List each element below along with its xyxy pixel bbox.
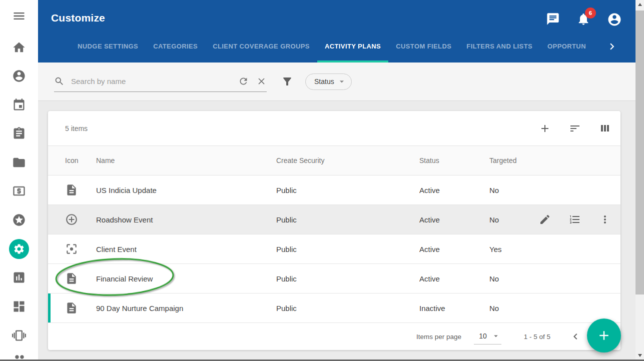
table-row[interactable]: Client Event Public Active Yes <box>48 234 620 264</box>
sidebar-item-settings-active[interactable] <box>9 239 29 259</box>
sidebar-item-tasks[interactable] <box>12 126 26 140</box>
row-name: US Indicia Update <box>96 186 276 194</box>
row-status: Active <box>419 245 489 254</box>
row-targeted: No <box>489 274 537 283</box>
table-row[interactable]: Roadshow Event Public Active No <box>48 204 620 234</box>
sidebar-item-money[interactable] <box>12 184 26 198</box>
app-header: Customize 6 NUDGE SETTINGS CATEGORIES CL… <box>38 0 635 62</box>
tab-nudge-settings[interactable]: NUDGE SETTINGS <box>70 30 146 62</box>
row-create-security: Public <box>276 304 419 312</box>
scroll-up-button[interactable] <box>635 0 644 8</box>
tab-client-coverage-groups[interactable]: CLIENT COVERAGE GROUPS <box>205 30 317 62</box>
scrollbar-thumb[interactable] <box>635 10 644 294</box>
status-filter-chip[interactable]: Status <box>305 74 352 90</box>
chevron-right-icon <box>605 40 618 53</box>
vertical-scrollbar[interactable] <box>635 0 644 360</box>
tab-opportunities[interactable]: OPPORTUN <box>540 30 593 62</box>
add-activity-plan-fab[interactable] <box>587 318 621 352</box>
pagination-range: 1 - 5 of 5 <box>524 333 550 340</box>
search-icon <box>54 76 65 86</box>
sidebar-item-calendar[interactable] <box>12 98 26 112</box>
table-toolbar: 5 items <box>48 111 620 146</box>
numbered-list-icon[interactable] <box>569 214 581 226</box>
table-header-row: Icon Name Create Security Status Targete… <box>48 146 620 175</box>
sort-icon[interactable] <box>569 122 581 134</box>
chevron-left-icon <box>569 330 581 342</box>
filter-icon[interactable] <box>281 76 293 88</box>
sidebar-item-files[interactable] <box>12 156 26 170</box>
edit-icon[interactable] <box>539 214 551 226</box>
plus-icon <box>596 328 611 343</box>
gear-icon <box>13 243 25 255</box>
tab-custom-fields[interactable]: CUSTOM FIELDS <box>388 30 459 62</box>
tab-categories[interactable]: CATEGORIES <box>146 30 205 62</box>
document-icon <box>65 184 96 196</box>
row-status: Active <box>419 216 489 224</box>
table-row[interactable]: 90 Day Nurture Campaign Public Inactive … <box>48 293 620 322</box>
row-name: Roadshow Event <box>96 216 276 224</box>
document-icon <box>65 272 96 285</box>
filter-bar: Status <box>38 62 635 101</box>
row-create-security: Public <box>276 186 419 194</box>
left-sidebar <box>0 0 38 361</box>
sidebar-item-contacts[interactable] <box>12 69 26 83</box>
chat-icon <box>546 12 560 26</box>
tab-activity-plans[interactable]: ACTIVITY PLANS <box>317 30 388 62</box>
row-status: Active <box>419 186 489 194</box>
row-create-security: Public <box>276 274 419 283</box>
add-circle-icon <box>65 213 96 226</box>
status-filter-label: Status <box>314 78 334 86</box>
notification-badge: 6 <box>585 8 596 18</box>
search-field <box>54 71 267 92</box>
columns-icon[interactable] <box>599 122 611 134</box>
content-area: 5 items Icon Name Create Security Status… <box>38 101 635 360</box>
row-targeted: No <box>489 186 537 194</box>
row-name: Financial Review <box>96 274 276 283</box>
sidebar-item-dashboard[interactable] <box>12 300 26 314</box>
column-header-status: Status <box>419 156 489 164</box>
row-status: Active <box>419 274 489 283</box>
notifications-button[interactable]: 6 <box>576 12 590 26</box>
sidebar-item-home[interactable] <box>12 40 26 54</box>
items-per-page-value: 10 <box>479 332 487 340</box>
row-targeted: No <box>489 216 537 224</box>
clear-search-icon[interactable] <box>256 76 267 86</box>
items-count: 5 items <box>65 124 88 132</box>
sidebar-item-mobile[interactable] <box>12 328 26 342</box>
row-create-security: Public <box>276 216 419 224</box>
row-create-security: Public <box>276 245 419 254</box>
tab-filters-and-lists[interactable]: FILTERS AND LISTS <box>459 30 540 62</box>
search-input[interactable] <box>71 77 231 86</box>
table-row[interactable]: US Indicia Update Public Active No <box>48 175 620 204</box>
refresh-icon[interactable] <box>238 76 249 86</box>
chevron-down-icon <box>491 332 500 340</box>
chevron-down-icon <box>337 76 347 86</box>
column-header-create-security: Create Security <box>276 156 419 164</box>
row-status: Inactive <box>419 304 489 312</box>
row-targeted: No <box>489 304 537 312</box>
avatar-icon <box>607 12 622 27</box>
previous-page-button[interactable] <box>569 330 581 342</box>
sidebar-item-reports[interactable] <box>12 270 26 284</box>
scroll-down-button[interactable] <box>635 351 644 360</box>
column-header-targeted: Targeted <box>489 156 537 164</box>
chat-button[interactable] <box>546 12 560 26</box>
table-row[interactable]: Financial Review Public Active No <box>48 264 620 293</box>
add-item-icon[interactable] <box>539 122 551 134</box>
items-per-page-select[interactable]: 10 <box>474 329 501 344</box>
menu-icon[interactable] <box>12 9 26 23</box>
settings-tabs: NUDGE SETTINGS CATEGORIES CLIENT COVERAG… <box>38 30 635 62</box>
activity-plans-card: 5 items Icon Name Create Security Status… <box>48 111 620 350</box>
row-targeted: Yes <box>489 245 537 254</box>
tabs-scroll-right-button[interactable] <box>605 40 618 53</box>
column-header-icon: Icon <box>65 156 96 164</box>
profile-button[interactable] <box>607 12 621 26</box>
sidebar-item-favorites[interactable] <box>12 213 26 227</box>
more-options-icon[interactable] <box>599 214 611 226</box>
items-per-page-label: Items per page <box>416 333 461 340</box>
column-header-name: Name <box>96 156 276 164</box>
row-name: Client Event <box>96 245 276 254</box>
row-name: 90 Day Nurture Campaign <box>96 304 276 312</box>
page-title: Customize <box>51 12 105 30</box>
center-focus-icon <box>65 242 96 256</box>
